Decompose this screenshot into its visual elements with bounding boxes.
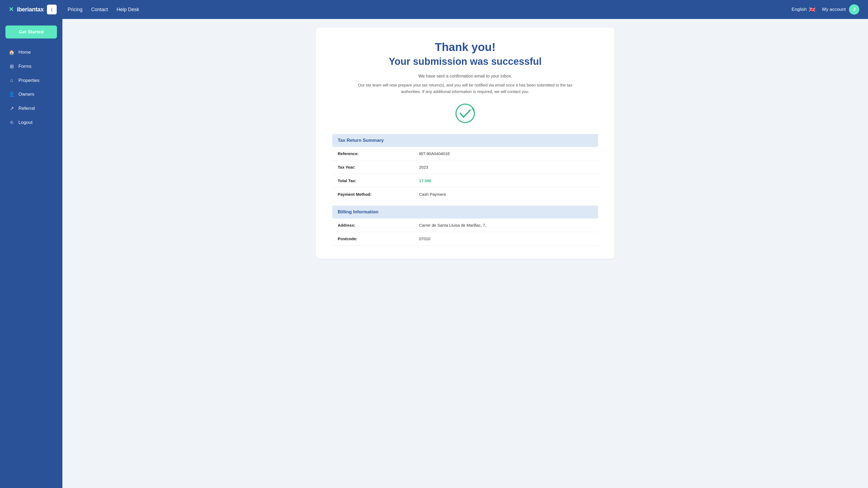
payment-method-row: Payment Method: Cash Payment — [332, 188, 598, 201]
sidebar-label-logout: Logout — [19, 120, 33, 125]
payment-method-label: Payment Method: — [338, 192, 419, 197]
nav-right: English 🇬🇧 My account J — [792, 4, 859, 14]
thank-you-title: Thank you! — [332, 41, 598, 54]
sidebar-label-owners: Owners — [19, 92, 34, 97]
address-value: Carrer de Santa Lluisa de Marillac, 7, — [419, 223, 486, 227]
address-label: Address: — [338, 223, 419, 227]
postcode-row: Postcode: 07010 — [332, 232, 598, 246]
tax-return-section-header: Tax Return Summary — [332, 134, 598, 147]
get-started-button[interactable]: Get Started — [5, 26, 57, 38]
sidebar-item-home[interactable]: 🏠 Home — [2, 45, 60, 59]
account-avatar: J — [849, 4, 859, 14]
total-tax-value: 17.58€ — [419, 178, 432, 183]
check-icon-wrapper — [332, 102, 598, 124]
my-account-label: My account — [822, 7, 846, 12]
my-account-button[interactable]: My account J — [822, 4, 859, 14]
svg-point-0 — [456, 104, 474, 123]
language-selector[interactable]: English 🇬🇧 — [792, 6, 816, 13]
app-body: Get Started 🏠 Home ⊞ Forms ⌂ Properties … — [0, 19, 868, 488]
reference-label: Reference: — [338, 151, 419, 156]
success-header: Thank you! Your submission was successfu… — [332, 41, 598, 95]
content-card: Thank you! Your submission was successfu… — [316, 28, 614, 259]
reference-row: Reference: IBT-90A040401E — [332, 147, 598, 161]
sidebar-label-properties: Properties — [19, 78, 39, 83]
referral-icon: ↗ — [9, 105, 14, 111]
sidebar-item-forms[interactable]: ⊞ Forms — [2, 60, 60, 73]
success-check-icon — [454, 102, 476, 124]
collapse-sidebar-button[interactable]: ⟨ — [47, 5, 57, 14]
sidebar-item-referral[interactable]: ↗ Referral — [2, 102, 60, 115]
sidebar-navigation: 🏠 Home ⊞ Forms ⌂ Properties 👤 Owners ↗ R… — [0, 45, 62, 129]
flag-icon: 🇬🇧 — [809, 6, 816, 13]
sidebar-label-forms: Forms — [19, 64, 31, 69]
pricing-link[interactable]: Pricing — [67, 7, 83, 12]
billing-section: Billing Information Address: Carrer de S… — [332, 205, 598, 246]
postcode-label: Postcode: — [338, 236, 419, 241]
main-content: Thank you! Your submission was successfu… — [62, 19, 868, 488]
owners-icon: 👤 — [9, 91, 14, 97]
sidebar-item-logout[interactable]: ⎋ Logout — [2, 116, 60, 129]
forms-icon: ⊞ — [9, 63, 14, 69]
submission-subtitle: Your submission was successful — [332, 56, 598, 67]
top-navigation: ✕ iberiantax ⟨ Pricing Contact Help Desk… — [0, 0, 868, 19]
logo-area: ✕ iberiantax ⟨ — [9, 5, 57, 14]
logo-symbol: ✕ — [9, 6, 13, 13]
sidebar-item-owners[interactable]: 👤 Owners — [2, 88, 60, 101]
confirmation-text: We have sent a confirmation email to you… — [332, 74, 598, 78]
billing-section-header: Billing Information — [332, 205, 598, 219]
language-label: English — [792, 7, 807, 12]
address-row: Address: Carrer de Santa Lluisa de Maril… — [332, 219, 598, 232]
postcode-value: 07010 — [419, 236, 431, 241]
reference-value: IBT-90A040401E — [419, 151, 450, 156]
total-tax-row: Total Tax: 17.58€ — [332, 174, 598, 188]
sidebar-label-home: Home — [19, 50, 31, 55]
total-tax-label: Total Tax: — [338, 178, 419, 183]
sidebar-item-properties[interactable]: ⌂ Properties — [2, 74, 60, 87]
contact-link[interactable]: Contact — [91, 7, 108, 12]
sidebar-label-referral: Referral — [19, 106, 35, 111]
tax-year-row: Tax Year: 2023 — [332, 161, 598, 174]
tax-return-section: Tax Return Summary Reference: IBT-90A040… — [332, 134, 598, 201]
home-icon: 🏠 — [9, 50, 14, 55]
info-text: Our tax team will now prepare your tax r… — [354, 82, 577, 95]
properties-icon: ⌂ — [9, 77, 14, 83]
tax-year-label: Tax Year: — [338, 165, 419, 169]
help-desk-link[interactable]: Help Desk — [117, 7, 139, 12]
logout-icon: ⎋ — [9, 120, 14, 125]
nav-links: Pricing Contact Help Desk — [67, 7, 792, 12]
payment-method-value: Cash Payment — [419, 192, 446, 197]
tax-year-value: 2023 — [419, 165, 428, 169]
sidebar: Get Started 🏠 Home ⊞ Forms ⌂ Properties … — [0, 19, 62, 488]
logo-text: iberiantax — [17, 6, 44, 13]
